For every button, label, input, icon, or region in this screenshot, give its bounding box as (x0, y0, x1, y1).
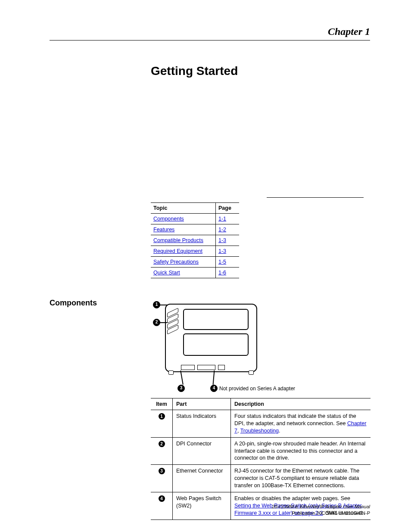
page-link[interactable]: 1-5 (218, 259, 226, 265)
section-heading-components: Components (50, 299, 97, 308)
page-link[interactable]: 1-6 (218, 270, 226, 276)
topic-row: Safety Precautions 1-5 (151, 257, 239, 268)
topic-link-safety[interactable]: Safety Precautions (153, 259, 199, 265)
page-link[interactable]: 1-2 (218, 227, 226, 233)
display-bottom (183, 333, 249, 356)
port-row (181, 364, 241, 370)
mount-foot (168, 370, 174, 375)
topic-link-features[interactable]: Features (153, 227, 174, 233)
parts-row: 2 DPI Connector A 20-pin, single-row shr… (151, 437, 371, 465)
page-link[interactable]: 1-3 (218, 248, 226, 254)
link-troubleshooting[interactable]: Troubleshooting (240, 428, 279, 434)
topic-link-quickstart[interactable]: Quick Start (153, 270, 180, 276)
page-title: Getting Started (151, 64, 370, 78)
right-rule (267, 197, 364, 198)
topic-link-compatible[interactable]: Compatible Products (153, 237, 203, 243)
topic-row: Components 1-1 (151, 214, 239, 224)
diagram-note: Not provided on Series A adapter (219, 386, 295, 392)
topic-row: Features 1-2 (151, 224, 239, 235)
ethernet-port-icon (181, 365, 195, 370)
parts-row: 1 Status Indicators Four status indicato… (151, 410, 371, 438)
part-description: Four status indicators that indicate the… (231, 410, 371, 438)
topic-row: Compatible Products 1-3 (151, 235, 239, 246)
footer-publication: Publication 20COMM-UM010G-EN-P (292, 510, 370, 516)
parts-row: 3 Ethernet Connector RJ-45 connector for… (151, 465, 371, 492)
part-name: Web Pages Switch (SW2) (173, 492, 231, 520)
device-outline (165, 304, 257, 372)
part-name: Status Indicators (173, 410, 231, 438)
mount-foot (249, 370, 254, 375)
page: Chapter 1 Getting Started Topic Page Com… (0, 0, 411, 532)
component-diagram: 1 2 3 4 Not provided on Series A adapter (151, 299, 366, 394)
parts-header-desc: Description (231, 398, 371, 410)
topic-row: Required Equipment 1-3 (151, 246, 239, 257)
parts-header-part: Part (173, 398, 231, 410)
chapter-header: Chapter 1 (50, 26, 370, 40)
page-link[interactable]: 1-1 (218, 216, 226, 222)
part-name: Ethernet Connector (173, 465, 231, 492)
callout-3: 3 (177, 385, 185, 392)
display-top (183, 309, 249, 330)
status-led-block (165, 307, 179, 337)
topic-row: Quick Start 1-6 (151, 268, 239, 278)
callout-4: 4 (210, 385, 218, 392)
page-link[interactable]: 1-3 (218, 237, 226, 243)
parts-table: Item Part Description 1 Status Indicator… (151, 398, 371, 520)
part-name: DPI Connector (173, 437, 231, 465)
connector-slot (197, 365, 215, 370)
topic-link-components[interactable]: Components (153, 216, 184, 222)
item-number-icon: 2 (159, 441, 165, 447)
topic-table: Topic Page Components 1-1 Features 1-2 C… (151, 202, 239, 278)
parts-header-item: Item (151, 398, 173, 410)
topic-link-required[interactable]: Required Equipment (153, 248, 202, 254)
item-number-icon: 3 (159, 468, 165, 474)
part-description: A 20-pin, single-row shrouded male heade… (231, 437, 371, 465)
footer-manual-title: 20-COMM-E EtherNet/IP Adapter User Manua… (272, 504, 370, 509)
topic-header: Topic (151, 203, 216, 214)
part-description: RJ-45 connector for the Ethernet network… (231, 465, 371, 492)
page-header: Page (216, 203, 240, 214)
item-number-icon: 4 (159, 495, 165, 502)
item-number-icon: 1 (159, 413, 165, 420)
switch-slot (218, 365, 225, 370)
page-footer: 20-COMM-E EtherNet/IP Adapter User Manua… (272, 504, 370, 516)
